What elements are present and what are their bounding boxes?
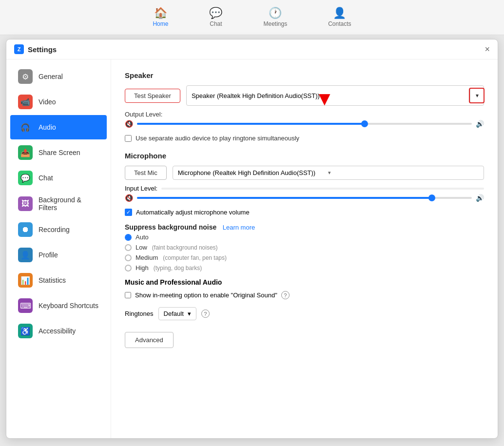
- sidebar-item-background[interactable]: 🖼 Background & Filters: [10, 191, 107, 216]
- suppress-title: Suppress background noise: [125, 223, 216, 231]
- mic-row: Test Mic Microphone (Realtek High Defini…: [125, 166, 484, 180]
- sidebar-item-accessibility[interactable]: ♿ Accessibility: [10, 319, 107, 343]
- suppress-noise-section: Suppress background noise Learn more: [125, 223, 484, 232]
- learn-more-link[interactable]: Learn more: [223, 224, 255, 231]
- sidebar-label-share: Share Screen: [39, 149, 80, 156]
- volume-high-icon: 🔊: [476, 120, 484, 128]
- sidebar-label-general: General: [39, 73, 63, 80]
- sidebar-item-recording[interactable]: ⏺ Recording: [10, 217, 107, 242]
- accessibility-icon: ♿: [18, 324, 33, 338]
- noise-low-radio[interactable]: [125, 244, 132, 251]
- noise-medium-row: Medium (computer fan, pen taps): [125, 254, 484, 261]
- chat-icon: 💬: [209, 8, 222, 19]
- sidebar-item-statistics[interactable]: 📊 Statistics: [10, 268, 107, 292]
- noise-auto-row: Auto: [125, 233, 484, 241]
- speaker-row: Test Speaker Speaker (Realtek High Defin…: [125, 85, 484, 106]
- speaker-device-select[interactable]: Speaker (Realtek High Definition Audio(S…: [186, 85, 484, 106]
- input-level-track: [161, 188, 484, 190]
- general-icon: ⚙: [18, 69, 33, 84]
- sidebar-item-audio[interactable]: 🎧 Audio: [10, 115, 107, 139]
- speaker-dropdown-arrow[interactable]: ▾: [470, 89, 484, 102]
- settings-sidebar: ⚙ General 📹 Video 🎧 Audio 📤 Share Screen…: [6, 59, 111, 438]
- sidebar-label-keyboard: Keyboard Shortcuts: [39, 302, 98, 310]
- separate-audio-label: Use separate audio device to play ringto…: [136, 135, 299, 142]
- original-sound-help[interactable]: ?: [281, 291, 290, 299]
- ringtones-select[interactable]: Default ▾: [158, 307, 196, 320]
- speaker-volume-thumb[interactable]: [361, 120, 368, 127]
- nav-contacts[interactable]: 👤 Contacts: [322, 4, 357, 31]
- mic-device-label: Microphone (Realtek High Definition Audi…: [178, 169, 329, 176]
- mic-device-select[interactable]: Microphone (Realtek High Definition Audi…: [173, 166, 484, 180]
- meetings-icon: 🕐: [269, 8, 282, 19]
- noise-low-label: Low: [136, 244, 147, 251]
- volume-low-icon: 🔇: [125, 120, 133, 128]
- mic-vol-low-icon: 🔇: [125, 194, 133, 202]
- sidebar-label-audio: Audio: [39, 123, 56, 131]
- advanced-button[interactable]: Advanced: [125, 332, 174, 348]
- mic-volume-thumb[interactable]: [428, 194, 435, 201]
- chat-sidebar-icon: 💬: [18, 171, 33, 185]
- noise-auto-radio[interactable]: [125, 234, 132, 241]
- ringtone-arrow: ▾: [188, 310, 191, 317]
- sidebar-label-chat: Chat: [39, 174, 53, 182]
- sidebar-label-profile: Profile: [39, 251, 58, 259]
- separate-audio-checkbox[interactable]: [125, 135, 132, 142]
- sidebar-item-keyboard[interactable]: ⌨ Keyboard Shortcuts: [10, 293, 107, 318]
- auto-adjust-checkbox[interactable]: ✓: [125, 209, 132, 216]
- nav-meetings[interactable]: 🕐 Meetings: [257, 4, 293, 31]
- sidebar-item-general[interactable]: ⚙ General: [10, 64, 107, 89]
- home-icon: 🏠: [154, 8, 167, 19]
- nav-meetings-label: Meetings: [263, 20, 287, 27]
- mic-vol-high-icon: 🔊: [476, 194, 484, 202]
- settings-body: ⚙ General 📹 Video 🎧 Audio 📤 Share Screen…: [6, 59, 498, 438]
- sidebar-label-background: Background & Filters: [39, 196, 99, 212]
- red-arrow-test-speaker: ▼: [315, 89, 334, 108]
- microphone-section-title: Microphone: [125, 152, 484, 160]
- sidebar-item-video[interactable]: 📹 Video: [10, 90, 107, 114]
- sidebar-label-accessibility: Accessibility: [39, 327, 76, 335]
- output-level-label: Output Level:: [125, 111, 162, 118]
- original-sound-row: Show in-meeting option to enable "Origin…: [125, 291, 484, 299]
- sidebar-item-chat[interactable]: 💬 Chat: [10, 166, 107, 190]
- noise-auto-label: Auto: [136, 233, 149, 241]
- speaker-volume-slider[interactable]: [137, 123, 472, 125]
- close-button[interactable]: ×: [485, 45, 490, 54]
- nav-home[interactable]: 🏠 Home: [147, 4, 174, 31]
- noise-high-radio[interactable]: [125, 265, 132, 271]
- top-navigation: 🏠 Home 💬 Chat 🕐 Meetings 👤 Contacts: [0, 0, 504, 35]
- mic-volume-slider[interactable]: [137, 197, 472, 199]
- test-mic-button[interactable]: Test Mic: [125, 166, 167, 180]
- nav-home-label: Home: [153, 20, 168, 27]
- mic-dropdown-arrow[interactable]: ▾: [328, 170, 479, 176]
- original-sound-checkbox[interactable]: [125, 292, 131, 298]
- auto-adjust-row: ✓ Automatically adjust microphone volume: [125, 209, 484, 216]
- ringtones-help[interactable]: ?: [201, 310, 210, 318]
- noise-low-row: Low (faint background noises): [125, 244, 484, 251]
- noise-high-hint: (typing, dog barks): [154, 265, 202, 271]
- ringtones-label: Ringtones: [125, 310, 154, 317]
- output-level-row: Output Level:: [125, 111, 484, 118]
- sidebar-item-share-screen[interactable]: 📤 Share Screen: [10, 140, 107, 165]
- noise-high-label: High: [136, 264, 149, 271]
- keyboard-icon: ⌨: [18, 298, 33, 313]
- speaker-volume-row: 🔇 🔊: [125, 120, 484, 128]
- test-speaker-button[interactable]: Test Speaker: [125, 89, 180, 103]
- contacts-icon: 👤: [333, 8, 346, 19]
- sidebar-item-profile[interactable]: 👤 Profile: [10, 243, 107, 267]
- settings-window: Z Settings × ⚙ General 📹 Video 🎧 Audio 📤…: [6, 39, 498, 439]
- settings-titlebar: Z Settings ×: [6, 39, 498, 59]
- separate-audio-row: Use separate audio device to play ringto…: [125, 135, 484, 142]
- mic-volume-row: 🔇 🔊: [125, 194, 484, 202]
- background-icon: 🖼: [18, 196, 33, 211]
- original-sound-label: Show in-meeting option to enable "Origin…: [135, 291, 277, 299]
- nav-chat-label: Chat: [210, 20, 222, 27]
- share-screen-icon: 📤: [18, 145, 33, 160]
- noise-medium-label: Medium: [136, 254, 158, 261]
- noise-medium-radio[interactable]: [125, 254, 132, 261]
- input-level-row: Input Level:: [125, 185, 484, 192]
- nav-chat[interactable]: 💬 Chat: [203, 4, 228, 31]
- settings-title: Z Settings: [14, 44, 57, 54]
- speaker-section-title: Speaker: [125, 71, 484, 79]
- ringtones-row: Ringtones Default ▾ ?: [125, 307, 484, 320]
- auto-adjust-label: Automatically adjust microphone volume: [136, 209, 250, 216]
